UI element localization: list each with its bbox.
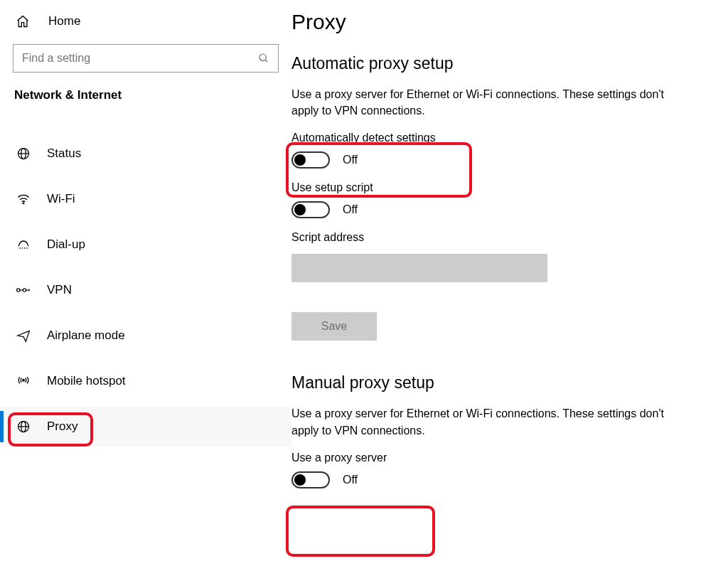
home-link[interactable]: Home [0,10,291,41]
setting-auto-detect: Automatically detect settings Off [291,132,721,169]
sidebar-item-label: Proxy [47,420,77,434]
vpn-icon [14,284,33,296]
section-heading-manual: Manual proxy setup [291,373,721,392]
search-icon [258,53,269,64]
svg-point-12 [23,289,26,292]
svg-point-5 [23,203,24,204]
setting-label: Use a proxy server [291,452,721,464]
sidebar-item-label: Wi-Fi [47,192,75,206]
sidebar-item-label: Airplane mode [47,328,125,343]
section-heading-auto: Automatic proxy setup [291,54,721,73]
nav-list: Status Wi-Fi Dial-up [0,134,291,447]
setting-label: Script address [291,231,721,244]
proxy-icon [14,420,33,434]
sidebar-item-label: Status [47,146,81,161]
home-icon [14,14,31,28]
svg-point-10 [16,289,19,292]
sidebar-item-status[interactable]: Status [0,134,291,173]
sidebar-item-airplane[interactable]: Airplane mode [0,316,291,356]
toggle-use-proxy[interactable] [291,471,330,488]
wifi-icon [14,192,33,206]
sidebar-item-dialup[interactable]: Dial-up [0,225,291,265]
dialup-icon [14,237,33,252]
svg-point-15 [23,380,25,382]
toggle-state: Off [343,154,358,166]
search-input[interactable] [14,45,278,72]
svg-line-1 [265,60,267,62]
home-label: Home [48,14,80,28]
sidebar-item-proxy[interactable]: Proxy [0,407,291,447]
setting-use-proxy: Use a proxy server Off [291,452,721,488]
page-title: Proxy [291,10,721,34]
callout-highlight [286,506,435,557]
section-description-manual: Use a proxy server for Ethernet or Wi-Fi… [291,405,690,438]
setting-use-script: Use setup script Off [291,181,721,218]
sidebar-item-vpn[interactable]: VPN [0,270,291,310]
setting-label: Use setup script [291,181,721,194]
section-description-auto: Use a proxy server for Ethernet or Wi-Fi… [291,86,690,119]
save-button: Save [291,312,377,341]
script-address-input [291,254,547,282]
toggle-use-script[interactable] [291,201,330,218]
airplane-icon [14,328,33,343]
sidebar-item-hotspot[interactable]: Mobile hotspot [0,361,291,401]
main-content: Proxy Automatic proxy setup Use a proxy … [291,0,728,561]
setting-label: Automatically detect settings [291,132,721,144]
setting-script-address: Script address [291,231,721,282]
sidebar: Home Network & Internet Status [0,0,291,561]
sidebar-item-label: VPN [47,283,72,297]
toggle-auto-detect[interactable] [291,151,330,169]
svg-point-0 [259,54,266,60]
hotspot-icon [14,374,33,388]
globe-icon [14,146,33,161]
sidebar-item-label: Dial-up [47,237,85,252]
toggle-state: Off [343,474,358,486]
sidebar-item-wifi[interactable]: Wi-Fi [0,179,291,219]
search-field[interactable] [13,44,279,73]
category-title: Network & Internet [0,88,291,109]
toggle-state: Off [343,203,358,216]
sidebar-item-label: Mobile hotspot [47,374,126,388]
